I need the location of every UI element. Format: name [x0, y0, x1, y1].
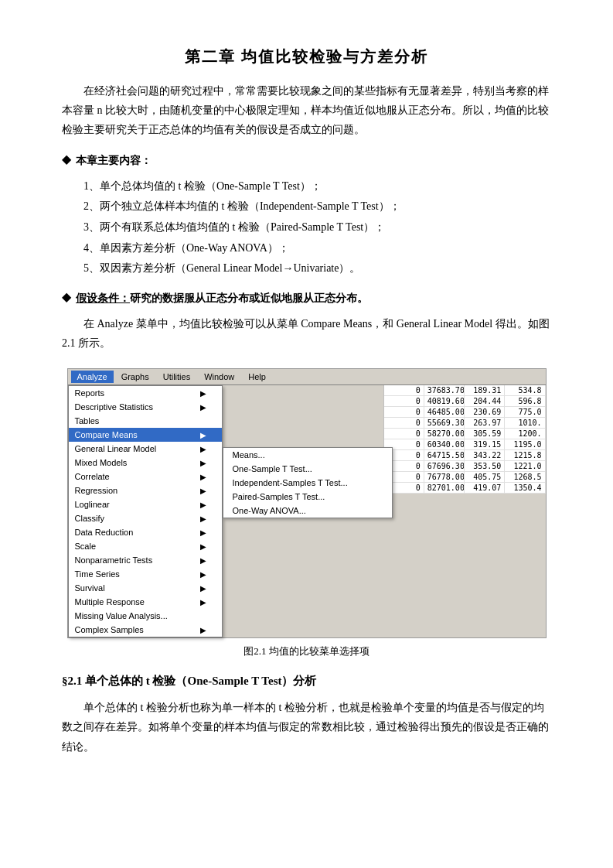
data-cell: 64715.50 [424, 450, 465, 460]
dd-mixed-models[interactable]: Mixed Models ▶ [69, 456, 222, 470]
diamond-icon-2: ◆ [62, 289, 71, 304]
dd-nonparametric[interactable]: Nonparametric Tests ▶ [69, 553, 222, 567]
submenu-independent-t[interactable]: Independent-Samples T Test... [223, 476, 392, 490]
section1-header: 本章主要内容： [76, 151, 152, 170]
dd-survival[interactable]: Survival ▶ [69, 581, 222, 595]
main-content-section: ◆ 本章主要内容： [62, 151, 551, 170]
data-cell: 1268.5 [505, 472, 545, 482]
data-cell: 0 [384, 429, 424, 439]
figure-container: Analyze Graphs Utilities Window Help Rep… [62, 368, 551, 658]
data-cell: 67696.30 [424, 461, 465, 471]
list-item: 1、单个总体均值的 t 检验（One-Sample T Test）； [83, 176, 551, 197]
dd-compare-means[interactable]: Compare Means ▶ [69, 428, 222, 442]
dd-time-series[interactable]: Time Series ▶ [69, 567, 222, 581]
data-cell: 82701.00 [424, 483, 465, 493]
data-cell: 534.8 [505, 385, 545, 395]
data-cell: 319.15 [465, 439, 505, 449]
dd-classify[interactable]: Classify ▶ [69, 511, 222, 525]
spss-compare-means-submenu: Means... One-Sample T Test... Independen… [223, 447, 393, 518]
data-cell: 1200. [505, 429, 545, 439]
submenu-means[interactable]: Means... [223, 448, 392, 462]
data-row: 0 76778.00 405.75 1268.5 [384, 472, 546, 483]
data-row: 0 40819.60 204.44 596.8 [384, 396, 546, 407]
data-cell: 405.75 [465, 472, 505, 482]
spss-analyze-dropdown: Reports ▶ Descriptive Statistics ▶ Table… [68, 385, 223, 637]
data-cell: 1215.8 [505, 450, 545, 460]
submenu-paired-t[interactable]: Paired-Samples T Test... [223, 490, 392, 504]
data-cell: 37683.70 [424, 385, 465, 395]
data-cell: 55669.30 [424, 418, 465, 428]
submenu-oneway-anova[interactable]: One-Way ANOVA... [223, 504, 392, 518]
spss-menubar: Analyze Graphs Utilities Window Help [68, 369, 546, 385]
intro-paragraph: 在经济社会问题的研究过程中，常常需要比较现象之间的某些指标有无显著差异，特别当考… [62, 81, 551, 140]
dd-correlate[interactable]: Correlate ▶ [69, 470, 222, 484]
chapter-title: 第二章 均值比较检验与方差分析 [62, 46, 551, 67]
menu-help[interactable]: Help [242, 371, 272, 383]
assumption-section: ◆ 假设条件：研究的数据服从正态分布或近似地服从正态分布。 [62, 289, 551, 308]
data-row: 0 46485.00 230.69 775.0 [384, 407, 546, 418]
assumption-text: 研究的数据服从正态分布或近似地服从正态分布。 [130, 292, 368, 304]
data-cell: 60340.00 [424, 439, 465, 449]
intro2-paragraph: 在 Analyze 菜单中，均值比较检验可以从菜单 Compare Means，… [62, 314, 551, 353]
dd-tables[interactable]: Tables [69, 414, 222, 428]
data-cell: 0 [384, 396, 424, 406]
list-item: 5、双因素方差分析（General Linear Model→Univariat… [83, 258, 551, 279]
section21-para1: 单个总体的 t 检验分析也称为单一样本的 t 检验分析，也就是检验单个变量的均值… [62, 698, 551, 757]
dd-complex-samples[interactable]: Complex Samples ▶ [69, 623, 222, 637]
data-cell: 353.50 [465, 461, 505, 471]
data-row: 0 58270.00 305.59 1200. [384, 429, 546, 439]
data-cell: 343.22 [465, 450, 505, 460]
dd-regression[interactable]: Regression ▶ [69, 484, 222, 497]
spss-data-table: 0 37683.70 189.31 534.8 0 40819.60 204.4… [383, 385, 546, 494]
list-item: 4、单因素方差分析（One-Way ANOVA）； [83, 238, 551, 259]
assumption-label: 假设条件： [76, 292, 130, 304]
data-cell: 1195.0 [505, 439, 545, 449]
menu-utilities[interactable]: Utilities [157, 371, 196, 383]
data-cell: 58270.00 [424, 429, 465, 439]
section21-title: §2.1 单个总体的 t 检验（One-Sample T Test）分析 [62, 674, 551, 689]
assumption-header: 假设条件：研究的数据服从正态分布或近似地服从正态分布。 [76, 289, 368, 308]
menu-graphs[interactable]: Graphs [115, 371, 155, 383]
data-cell: 40819.60 [424, 396, 465, 406]
dd-loglinear[interactable]: Loglinear ▶ [69, 497, 222, 511]
menu-window[interactable]: Window [198, 371, 240, 383]
data-row: 0 82701.00 419.07 1350.4 [384, 483, 546, 494]
dd-multiple-response[interactable]: Multiple Response ▶ [69, 595, 222, 609]
data-cell: 1221.0 [505, 461, 545, 471]
data-cell: 230.69 [465, 407, 505, 417]
diamond-icon: ◆ [62, 152, 71, 166]
figure-caption: 图2.1 均值的比较菜单选择项 [62, 644, 551, 658]
data-row: 0 55669.30 263.97 1010. [384, 418, 546, 429]
dd-data-reduction[interactable]: Data Reduction ▶ [69, 525, 222, 539]
list-item: 2、两个独立总体样本均值的 t 检验（Independent-Sample T … [83, 196, 551, 217]
data-cell: 1010. [505, 418, 545, 428]
data-cell: 775.0 [505, 407, 545, 417]
data-cell: 305.59 [465, 429, 505, 439]
data-cell: 263.97 [465, 418, 505, 428]
menu-analyze[interactable]: Analyze [71, 371, 114, 383]
data-cell: 189.31 [465, 385, 505, 395]
data-cell: 0 [384, 385, 424, 395]
data-cell: 46485.00 [424, 407, 465, 417]
data-cell: 204.44 [465, 396, 505, 406]
dd-general-linear[interactable]: General Linear Model ▶ [69, 442, 222, 456]
data-cell: 0 [384, 407, 424, 417]
dd-descriptive[interactable]: Descriptive Statistics ▶ [69, 400, 222, 414]
data-cell: 76778.00 [424, 472, 465, 482]
data-cell: 1350.4 [505, 483, 545, 493]
data-cell: 0 [384, 418, 424, 428]
content-list: 1、单个总体均值的 t 检验（One-Sample T Test）； 2、两个独… [83, 176, 551, 279]
spss-screenshot: Analyze Graphs Utilities Window Help Rep… [67, 368, 547, 638]
submenu-one-sample-t[interactable]: One-Sample T Test... [223, 462, 392, 476]
data-row: 0 60340.00 319.15 1195.0 [384, 439, 546, 450]
list-item: 3、两个有联系总体均值均值的 t 检验（Paired-Sample T Test… [83, 217, 551, 238]
data-row: 0 64715.50 343.22 1215.8 [384, 450, 546, 461]
dd-scale[interactable]: Scale ▶ [69, 539, 222, 553]
data-cell: 596.8 [505, 396, 545, 406]
dd-missing-value[interactable]: Missing Value Analysis... [69, 609, 222, 623]
dd-reports[interactable]: Reports ▶ [69, 386, 222, 400]
data-cell: 419.07 [465, 483, 505, 493]
spss-content-area: Reports ▶ Descriptive Statistics ▶ Table… [68, 385, 546, 637]
data-row: 0 37683.70 189.31 534.8 [384, 385, 546, 396]
data-row: 0 67696.30 353.50 1221.0 [384, 461, 546, 472]
